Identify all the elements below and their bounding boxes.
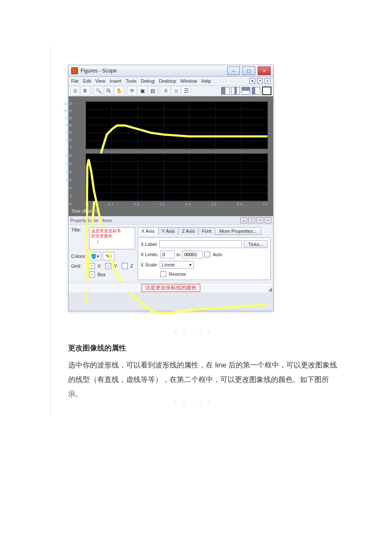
menu-window[interactable]: Window xyxy=(180,78,197,84)
menu-file[interactable]: File xyxy=(71,78,79,84)
menu-insert[interactable]: Insert xyxy=(110,78,121,84)
grid-label: Grid: xyxy=(71,263,87,269)
pan-icon[interactable]: ✋ xyxy=(114,86,124,95)
layout-max-icon[interactable] xyxy=(262,87,271,95)
maximize-button[interactable]: ▢ xyxy=(242,66,255,75)
new-icon[interactable]: 🗎 xyxy=(81,86,90,95)
minimize-button[interactable]: – xyxy=(227,66,240,75)
axes-2[interactable]: 250 200 150 100 50 0 -50 0 0.1 xyxy=(73,153,271,206)
close-button[interactable]: ✕ xyxy=(258,66,271,75)
plot-area: 1200 1000 800 600 400 200 0 xyxy=(69,96,273,216)
print-icon[interactable]: ⎙ xyxy=(70,86,80,95)
undock-icon[interactable]: ↗ xyxy=(257,78,263,84)
legend-icon[interactable]: ☲ xyxy=(182,86,191,95)
window-titlebar[interactable]: Figures - Scope – ▢ ✕ xyxy=(69,65,273,77)
menu-view[interactable]: View xyxy=(95,78,106,84)
section-heading: 更改图像线的属性 xyxy=(68,341,341,356)
figure-toolbar: ⎙ 🗎 🔍 ✋ ⟳ ▣ ▤ ⎘ ▦ ☲ xyxy=(69,86,273,96)
margin-dots xyxy=(50,47,52,315)
dock-drop-icon[interactable]: ▾ xyxy=(249,78,255,84)
title-label: Title: xyxy=(71,227,87,232)
app-icon xyxy=(71,67,78,74)
link-icon[interactable]: ⎘ xyxy=(161,86,170,95)
brush-icon[interactable]: ▤ xyxy=(148,86,157,95)
title-input[interactable]: 这是更改坐标系 的背景颜色 ↑ xyxy=(89,227,135,249)
datacursor-icon[interactable]: ▣ xyxy=(138,86,147,95)
menubar: File Edit View Insert Tools Debug Deskto… xyxy=(69,77,273,86)
layout-cols-icon[interactable] xyxy=(231,87,240,95)
menu-debug[interactable]: Debug xyxy=(141,78,155,84)
footer-annotation: 这是更改坐标线的颜色 xyxy=(69,283,273,292)
zoom-out-icon[interactable] xyxy=(104,86,113,95)
axes2-yticks: 250 200 150 100 50 0 -50 xyxy=(60,153,72,206)
layout-rows-icon[interactable] xyxy=(242,87,250,95)
annotation-arrow-icon: ↑ xyxy=(96,240,99,245)
article-body: 更改图像线的属性 选中你的波形线，可以看到波形线的属性，在 line 后的第一个… xyxy=(68,341,341,402)
svg-line-1 xyxy=(110,92,111,93)
menu-tools[interactable]: Tools xyxy=(126,78,137,84)
window-title: Figures - Scope xyxy=(81,68,117,74)
zoom-in-icon[interactable]: 🔍 xyxy=(94,86,103,95)
resize-grip-icon[interactable] xyxy=(268,287,272,292)
layout-float-icon[interactable] xyxy=(252,87,260,95)
menu-desktop[interactable]: Desktop xyxy=(159,78,176,84)
menubar-close-icon[interactable]: × xyxy=(265,78,271,84)
menu-help[interactable]: Help xyxy=(201,78,211,84)
axes-1[interactable]: 1200 1000 800 600 400 200 0 xyxy=(73,101,271,149)
layout-grid-icon[interactable] xyxy=(221,87,230,95)
margin-dots xyxy=(50,318,52,386)
menu-edit[interactable]: Edit xyxy=(83,78,91,84)
rotate-icon[interactable]: ⟳ xyxy=(127,86,137,95)
layout-buttons xyxy=(221,87,271,95)
margin-dots xyxy=(50,388,52,413)
section-paragraph: 选中你的波形线，可以看到波形线的属性，在 line 后的第一个框中，可以更改图象… xyxy=(68,358,341,402)
colors-label: Colors: xyxy=(71,254,87,259)
matlab-figure-window: Figures - Scope – ▢ ✕ File Edit View Ins… xyxy=(68,65,274,311)
colorbar-icon[interactable]: ▦ xyxy=(171,86,181,95)
axes1-yticks: 1200 1000 800 600 400 200 0 xyxy=(60,101,72,149)
